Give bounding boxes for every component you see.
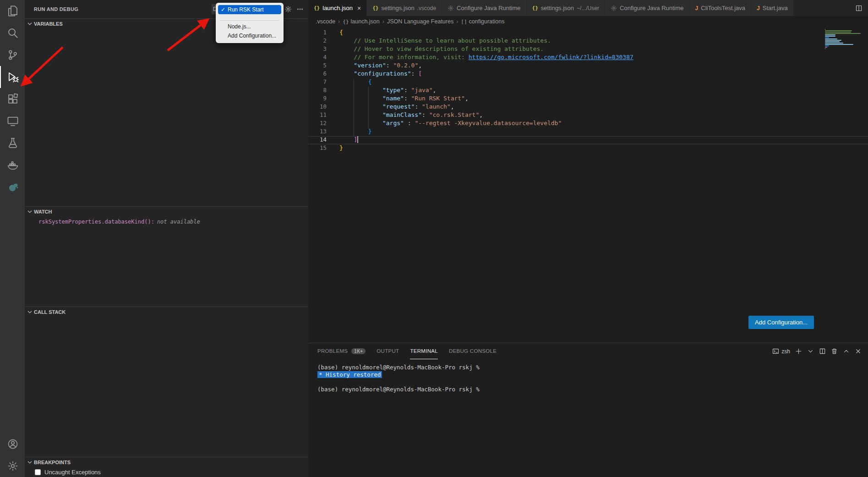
section-breakpoints-header[interactable]: BREAKPOINTS — [25, 457, 308, 467]
add-configuration-button[interactable]: Add Configuration... — [748, 316, 814, 329]
tab-configure-java-runtime[interactable]: Configure Java Runtime — [442, 0, 526, 16]
tab-configure-java-runtime[interactable]: Configure Java Runtime — [605, 0, 689, 16]
line-number[interactable]: 7 — [308, 78, 327, 87]
line-number[interactable]: 3 — [308, 45, 327, 54]
code-line[interactable]: 9 "name": "Run RSK Start", — [308, 95, 868, 103]
code-line[interactable]: 7 { — [308, 78, 868, 87]
code-line[interactable]: 12 "args" : "--regtest -Xkeyvalue.dataso… — [308, 120, 868, 128]
breadcrumb-item--vscode[interactable]: .vscode — [316, 18, 335, 25]
activitybar-item-search[interactable] — [0, 22, 25, 44]
line-content: // For more information, visit: https://… — [339, 54, 633, 62]
terminal-shell-selector[interactable]: zsh — [772, 348, 790, 355]
tab-launch-json[interactable]: {}launch.json× — [308, 0, 367, 16]
panel-tab-debug-console[interactable]: DEBUG CONSOLE — [449, 343, 497, 359]
code-line[interactable]: 6 "configurations": [ — [308, 70, 868, 78]
line-number[interactable]: 11 — [308, 111, 327, 120]
section-watch: WATCHrskSystemProperties.databaseKind():… — [25, 206, 308, 307]
breadcrumb-separator: › — [382, 18, 384, 25]
line-number[interactable]: 10 — [308, 103, 327, 111]
minimap[interactable] — [825, 29, 862, 49]
more-actions-icon[interactable] — [296, 5, 304, 13]
kill-terminal-icon[interactable] — [831, 348, 838, 355]
section-watch-header[interactable]: WATCH — [25, 207, 308, 217]
line-number[interactable]: 9 — [308, 95, 327, 103]
activitybar-item-testing[interactable] — [0, 132, 25, 154]
line-number[interactable]: 5 — [308, 62, 327, 70]
new-terminal-icon[interactable] — [795, 348, 802, 355]
breadcrumb-item-json-language-features[interactable]: JSON Language Features — [387, 18, 453, 25]
code-line[interactable]: 11 "mainClass": "co.rsk.Start", — [308, 111, 868, 120]
activitybar-item-remote-explorer[interactable] — [0, 110, 25, 132]
line-number[interactable]: 12 — [308, 120, 327, 128]
line-content: "mainClass": "co.rsk.Start", — [339, 111, 483, 120]
activitybar-item-source-control[interactable] — [0, 44, 25, 66]
tab-start-java[interactable]: JStart.java — [751, 0, 794, 16]
run-and-debug-sidebar: RUN AND DEBUG D VARIABLESWATCHrskSystemP… — [25, 0, 308, 477]
code-editor[interactable]: 1{2 // Use IntelliSense to learn about p… — [308, 27, 868, 343]
code-line[interactable]: 15} — [308, 144, 868, 153]
code-line[interactable]: 2 // Use IntelliSense to learn about pos… — [308, 37, 868, 45]
code-line[interactable]: 1{ — [308, 29, 868, 37]
line-number[interactable]: 4 — [308, 54, 327, 62]
line-number[interactable]: 8 — [308, 87, 327, 95]
files-icon — [7, 5, 19, 17]
code-line[interactable]: 14 ] — [308, 136, 868, 144]
terminal-line: (base) reynoldmorel@Reynolds-MacBook-Pro… — [317, 386, 868, 393]
terminal-picker-icon[interactable] — [807, 348, 814, 355]
activitybar-item-extensions[interactable] — [0, 88, 25, 110]
terminal-output[interactable]: (base) reynoldmorel@Reynolds-MacBook-Pro… — [308, 359, 868, 393]
code-line[interactable]: 10 "request": "launch", — [308, 103, 868, 111]
code-line[interactable]: 4 // For more information, visit: https:… — [308, 54, 868, 62]
code-line[interactable]: 8 "type": "java", — [308, 87, 868, 95]
uncaught-exceptions-checkbox[interactable] — [35, 469, 41, 475]
activitybar-item-explorer[interactable] — [0, 0, 25, 22]
close-tab-icon[interactable]: × — [357, 5, 361, 11]
panel-tab-output[interactable]: OUTPUT — [377, 343, 399, 359]
watch-expression-row[interactable]: rskSystemProperties.databaseKind():not a… — [38, 219, 308, 225]
open-launch-json-gear-icon[interactable] — [284, 5, 292, 13]
tab-clitoolstest-java[interactable]: JCliToolsTest.java — [690, 0, 752, 16]
activitybar-item-manage[interactable] — [0, 455, 25, 477]
minimap-line — [825, 40, 841, 41]
close-panel-icon[interactable] — [855, 348, 862, 355]
runtime-page-icon — [611, 5, 617, 11]
line-number[interactable]: 2 — [308, 37, 327, 45]
tab-settings-json[interactable]: {}settings.json~/.../User — [527, 0, 606, 16]
line-number[interactable]: 6 — [308, 70, 327, 78]
history-restored-highlight: * History restored — [317, 371, 382, 378]
more-icon — [296, 5, 304, 13]
menu-item-add-configuration---[interactable]: Add Configuration... — [218, 31, 281, 40]
panel-tab-problems[interactable]: PROBLEMS1K+ — [317, 343, 366, 359]
line-content: } — [339, 128, 371, 136]
chevron-down-icon — [27, 459, 33, 466]
breadcrumb-item-configurations[interactable]: []configurations — [461, 18, 504, 25]
code-line[interactable]: 13 } — [308, 128, 868, 136]
editor-group: {}launch.json×{}settings.json.vscodeConf… — [308, 0, 868, 477]
terminal-icon — [772, 348, 779, 355]
line-number[interactable]: 14 — [308, 136, 327, 144]
activitybar-item-run-and-debug[interactable] — [0, 66, 25, 88]
split-terminal-icon[interactable] — [819, 348, 826, 355]
panel-tab-terminal[interactable]: TERMINAL — [410, 343, 438, 359]
split-editor-icon[interactable] — [855, 5, 863, 12]
section-variables: VARIABLES — [25, 18, 308, 206]
section-breakpoints-body: Uncaught Exceptions — [25, 467, 308, 477]
activitybar-item-docker[interactable] — [0, 154, 25, 176]
activitybar-item-accounts[interactable] — [0, 433, 25, 455]
maximize-panel-icon[interactable] — [843, 348, 850, 355]
line-number[interactable]: 1 — [308, 29, 327, 37]
code-line[interactable]: 5 "version": "0.2.0", — [308, 62, 868, 70]
menu-item-node-js---[interactable]: Node.js... — [218, 22, 281, 31]
breakpoint-label: Uncaught Exceptions — [44, 469, 101, 476]
code-line[interactable]: 3 // Hover to view descriptions of exist… — [308, 45, 868, 54]
breakpoint-row[interactable]: Uncaught Exceptions — [35, 469, 308, 476]
section-call-stack-header[interactable]: CALL STACK — [25, 307, 308, 317]
minimap-line — [825, 29, 825, 30]
line-number[interactable]: 13 — [308, 128, 327, 136]
menu-item-run-rsk-start[interactable]: ✓Run RSK Start — [218, 5, 281, 14]
tab-settings-json[interactable]: {}settings.json.vscode — [367, 0, 442, 16]
split-icon — [819, 348, 826, 355]
activitybar-item-gradle[interactable] — [0, 176, 25, 198]
line-number[interactable]: 15 — [308, 144, 327, 153]
breadcrumb-item-launch-json[interactable]: {}launch.json — [343, 18, 380, 25]
